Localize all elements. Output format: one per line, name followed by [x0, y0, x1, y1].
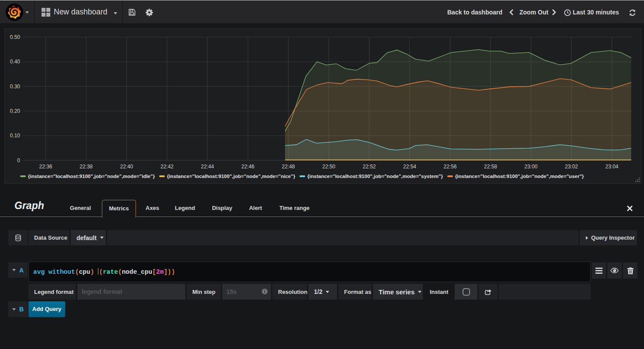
- svg-text:0.20: 0.20: [10, 108, 21, 114]
- svg-text:22:58: 22:58: [484, 164, 497, 170]
- svg-text:22:52: 22:52: [362, 164, 376, 170]
- svg-text:0.40: 0.40: [10, 59, 21, 65]
- svg-text:22:38: 22:38: [80, 164, 93, 170]
- svg-text:22:40: 22:40: [120, 164, 133, 170]
- svg-text:22:56: 22:56: [443, 164, 456, 170]
- svg-text:0.30: 0.30: [10, 84, 21, 90]
- svg-text:22:48: 22:48: [282, 164, 295, 170]
- svg-text:22:50: 22:50: [322, 164, 335, 170]
- svg-text:0.50: 0.50: [10, 34, 21, 40]
- svg-text:22:42: 22:42: [160, 164, 174, 170]
- svg-text:22:44: 22:44: [201, 164, 214, 170]
- svg-text:23:04: 23:04: [605, 164, 618, 170]
- svg-text:23:02: 23:02: [565, 164, 578, 170]
- svg-text:22:36: 22:36: [39, 164, 52, 170]
- svg-text:22:54: 22:54: [403, 164, 416, 170]
- svg-text:0.10: 0.10: [10, 133, 21, 139]
- svg-text:23:00: 23:00: [524, 164, 537, 170]
- svg-text:22:46: 22:46: [241, 164, 254, 170]
- svg-text:0: 0: [17, 157, 20, 164]
